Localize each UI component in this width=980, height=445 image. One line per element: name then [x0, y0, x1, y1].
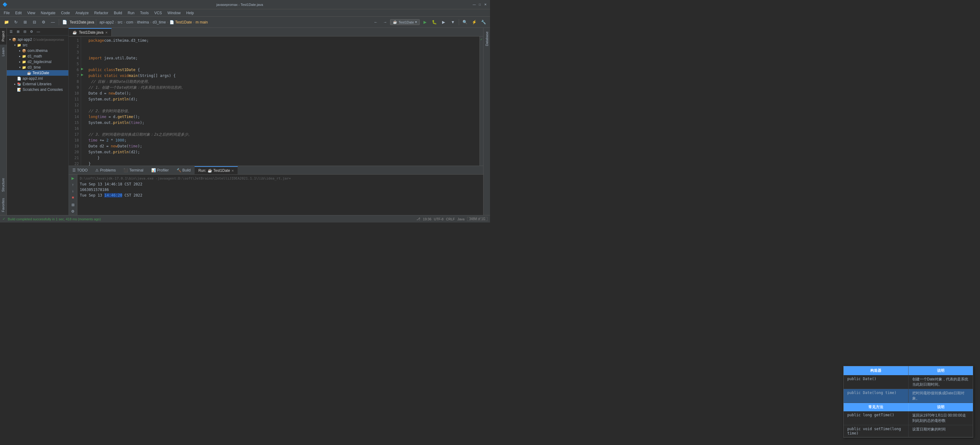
scroll-down-button[interactable]: ↓	[70, 188, 76, 194]
breadcrumb-project[interactable]: api-app2	[99, 20, 114, 24]
code-line-4: import java.util.Date;	[89, 55, 477, 61]
menu-analyze[interactable]: Analyze	[73, 10, 91, 16]
arrow-7[interactable]: ▶	[81, 73, 86, 79]
console-output[interactable]: D:\soft\Java\jdk-17.0.1\bin\java.exe -ja…	[77, 174, 483, 215]
side-tab-learn[interactable]: Learn	[0, 44, 6, 59]
bottom-tab-todo[interactable]: ☰ TODO	[69, 166, 92, 174]
hide-panel-icon[interactable]: —	[49, 18, 57, 26]
run-button[interactable]: ▶	[421, 18, 429, 26]
breadcrumb-test1date[interactable]: 📄 Test1Date	[170, 20, 192, 24]
tree-d1math-label: d1_math	[27, 54, 42, 59]
side-tab-favorites[interactable]: Favorites	[0, 195, 6, 215]
run-tab-label: Run:	[198, 168, 206, 173]
run-again-button[interactable]: ▶	[70, 176, 76, 181]
project-settings-icon[interactable]: ⚙	[29, 29, 35, 35]
expand-console-button[interactable]: ⊞	[70, 203, 76, 207]
menu-view[interactable]: View	[25, 10, 38, 16]
tree-d3time[interactable]: ▾ 📁 d3_time	[7, 65, 68, 70]
tree-com-itheima[interactable]: ▸ 📦 com.itheima	[7, 48, 68, 54]
arrow-1	[81, 38, 86, 44]
ln-8: 8	[69, 79, 79, 85]
bottom-tab-run[interactable]: Run: ☕ Test1Date ✕	[194, 166, 237, 174]
project-hide-icon[interactable]: —	[35, 29, 41, 35]
run-config-selector[interactable]: ☕ Test1Date ▾	[390, 19, 420, 25]
menu-tools[interactable]: Tools	[138, 10, 151, 16]
settings-icon[interactable]: ⚙	[40, 18, 48, 26]
minimize-button[interactable]: —	[472, 3, 476, 7]
expand-all-icon[interactable]: ⊞	[21, 18, 29, 26]
collapse-all-icon[interactable]: ⊟	[30, 18, 38, 26]
close-button[interactable]: ✕	[483, 3, 487, 7]
side-tab-structure[interactable]: Structure	[0, 175, 6, 195]
plugin-button[interactable]: 🔧	[479, 18, 487, 26]
sync-icon[interactable]: ↻	[12, 18, 20, 26]
menu-code[interactable]: Code	[59, 10, 72, 16]
project-toolbar-btn3[interactable]: ⊟	[22, 29, 28, 35]
project-toolbar-btn1[interactable]: ☰	[8, 29, 14, 35]
breadcrumb-src[interactable]: src	[118, 20, 123, 24]
status-lang[interactable]: Java	[457, 217, 465, 221]
tab-java-icon: ☕	[72, 30, 77, 35]
tree-d2bigdecimal[interactable]: ▸ 📁 d2_bigdecimal	[7, 59, 68, 65]
memory-indicator[interactable]: 348M of 1G	[467, 217, 487, 221]
menu-navigate[interactable]: Navigate	[38, 10, 58, 16]
status-line-sep[interactable]: CRLF	[446, 217, 455, 221]
search-everywhere-button[interactable]: 🔍	[461, 18, 469, 26]
arrow-6[interactable]: ▶	[81, 67, 86, 73]
project-toolbar-btn2[interactable]: ⊞	[15, 29, 21, 35]
run-tab-close-icon[interactable]: ✕	[231, 169, 234, 173]
editor-tab-test1date[interactable]: ☕ Test1Date.java ✕	[69, 28, 112, 36]
toolbox-button[interactable]: ⚡	[470, 18, 478, 26]
more-run-button[interactable]: ▼	[449, 18, 457, 26]
menu-build[interactable]: Build	[111, 10, 125, 16]
code-area[interactable]: package com.itheima.d3_time; import java…	[86, 36, 479, 166]
project-icon[interactable]: 📁	[3, 18, 11, 26]
code-line-2	[89, 44, 477, 49]
debug-button[interactable]: 🐛	[430, 18, 438, 26]
code-line-19: Date d2 = new Date(time);	[89, 143, 477, 149]
coverage-button[interactable]: ▶	[439, 18, 448, 26]
tree-iml-label: api-app2.iml	[22, 76, 43, 81]
tree-ext-libs[interactable]: ▸ 📚 External Libraries	[7, 81, 68, 87]
menu-edit[interactable]: Edit	[13, 10, 24, 16]
scroll-up-button[interactable]: ↑	[70, 182, 76, 188]
bottom-tab-problems[interactable]: ⚠ Problems	[92, 166, 120, 174]
bottom-tab-profiler[interactable]: 📊 Profiler	[148, 166, 173, 174]
database-panel-label[interactable]: Database	[485, 29, 489, 49]
side-tab-project[interactable]: Project	[0, 28, 6, 44]
menu-run[interactable]: Run	[125, 10, 137, 16]
breadcrumb-itheima[interactable]: itheima	[137, 20, 149, 24]
breadcrumb-d3time[interactable]: d3_time	[153, 20, 166, 24]
settings-console-button[interactable]: ⚙	[70, 209, 76, 214]
scratches-icon: 📝	[17, 87, 22, 92]
menu-file[interactable]: File	[1, 10, 12, 16]
tree-d1math[interactable]: ▸ 📁 d1_math	[7, 54, 68, 59]
menu-vcs[interactable]: VCS	[152, 10, 165, 16]
tree-root-path: D:\code\javasepromax	[33, 38, 64, 41]
back-icon[interactable]: ←	[372, 18, 380, 26]
tree-root[interactable]: ▾ 📦 api-app2 D:\code\javasepromax	[7, 37, 68, 42]
ln-17: 17	[69, 131, 79, 138]
code-line-9: // 1. 创建一个Date的对象：代表系统当前时间信息的。	[89, 85, 477, 90]
breadcrumb-com[interactable]: com	[126, 20, 133, 24]
breadcrumb-main[interactable]: m main	[196, 20, 208, 24]
tree-test1date[interactable]: ☕ Test1Date	[7, 70, 68, 76]
maximize-button[interactable]: □	[477, 3, 482, 7]
forward-icon[interactable]: →	[381, 18, 389, 26]
tree-root-label: api-app2	[18, 37, 32, 42]
tab-close-icon[interactable]: ✕	[105, 31, 108, 34]
status-encoding[interactable]: UTF-8	[434, 217, 444, 221]
tree-src[interactable]: ▾ 📁 src	[7, 42, 68, 48]
editor-area: ☕ Test1Date.java ✕ 1 2 3 4 5 6 7 8 9	[69, 28, 483, 215]
bottom-tab-build[interactable]: 🔨 Build	[173, 166, 195, 174]
stop-button[interactable]: ■	[70, 195, 76, 200]
bottom-tab-terminal[interactable]: ⬛ Terminal	[120, 166, 147, 174]
tree-iml[interactable]: 📄 api-app2.iml	[7, 76, 68, 81]
menu-help[interactable]: Help	[184, 10, 196, 16]
menu-refactor[interactable]: Refactor	[92, 10, 111, 16]
status-position[interactable]: 19:36	[423, 217, 431, 221]
folder-icon-d1: 📁	[22, 54, 27, 59]
tree-scratches[interactable]: 📝 Scratches and Consoles	[7, 87, 68, 92]
menu-window[interactable]: Window	[165, 10, 183, 16]
line-numbers: 1 2 3 4 5 6 7 8 9 10 11 12 13 14 15 16 1	[69, 36, 81, 166]
